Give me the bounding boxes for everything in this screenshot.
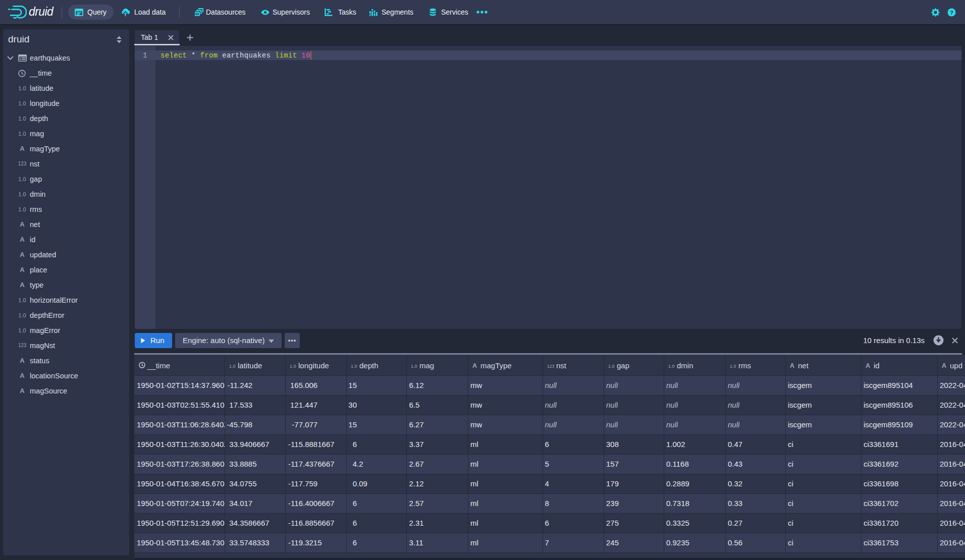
svg-text:?: ?: [950, 10, 953, 16]
